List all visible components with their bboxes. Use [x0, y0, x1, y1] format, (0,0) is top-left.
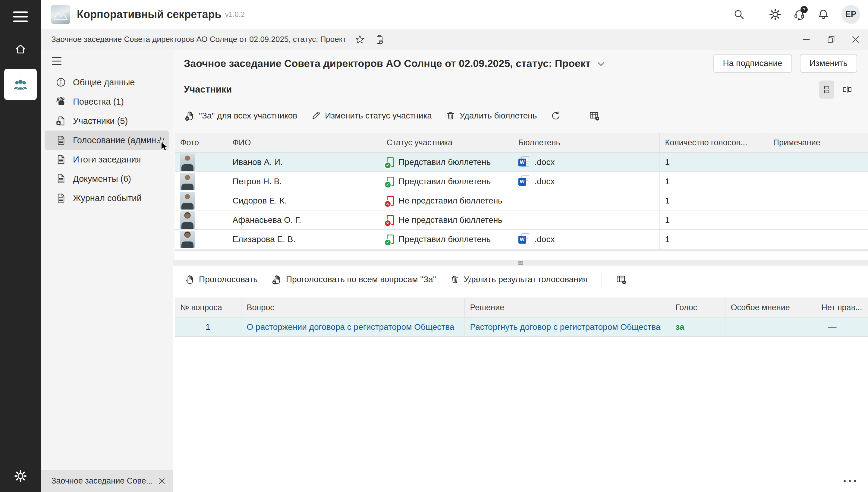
notifications-bell-icon[interactable] — [817, 8, 829, 21]
participant-row[interactable]: Елизарова Е. В. ✓Представил бюллетень W.… — [175, 230, 868, 249]
document-tabstrip: Заочное заседание Совета директоров АО С… — [41, 29, 868, 50]
word-doc-icon: W — [518, 156, 531, 169]
ballot-file-cell[interactable]: W.docx — [513, 230, 659, 249]
rail-hamburger-icon[interactable] — [13, 11, 28, 25]
vote-for-all-button[interactable]: "За" для всех участников — [184, 110, 297, 121]
rows-layout-icon — [822, 85, 831, 94]
sidebar-item-label: Участники (5) — [73, 116, 128, 126]
horizontal-scrollbar[interactable] — [175, 249, 868, 251]
no-right-value: — — [816, 317, 868, 337]
people-group-icon — [12, 78, 28, 91]
participant-name: Афанасьева О. Г. — [227, 211, 381, 230]
sidebar-item-voting-selected[interactable]: Голосование (админ... — [45, 130, 169, 150]
more-options-ellipsis[interactable] — [844, 480, 856, 482]
support-headset-icon[interactable]: ? — [793, 8, 805, 21]
window-minimize-icon[interactable] — [802, 35, 811, 44]
window-restore-icon[interactable] — [826, 35, 836, 44]
delete-ballot-button[interactable]: Удалить бюллетень — [446, 111, 537, 121]
document-tab-title[interactable]: Заочное заседание Совета директоров АО С… — [51, 35, 346, 44]
pencil-icon — [311, 111, 321, 121]
col-ballot: Бюллетень — [513, 133, 659, 152]
sidebar-item-documents[interactable]: Документы (6) — [45, 169, 169, 189]
refresh-icon — [551, 110, 561, 121]
vote-button[interactable]: Проголосовать — [184, 274, 258, 285]
col-question: Вопрос — [241, 298, 464, 317]
voting-row[interactable]: 1 О расторжении договора с регистратором… — [175, 317, 868, 337]
participant-row[interactable]: Петров Н. В. ✓Представил бюллетень W.doc… — [175, 172, 868, 191]
tool-label: "За" для всех участников — [199, 111, 297, 121]
ballot-file-cell — [513, 211, 659, 230]
participant-note — [768, 152, 868, 172]
refresh-button[interactable] — [551, 110, 561, 121]
edit-button[interactable]: Изменить — [800, 54, 857, 73]
change-status-button[interactable]: Изменить статус участника — [311, 111, 432, 121]
info-circle-icon — [55, 77, 66, 88]
participants-module-selected[interactable] — [4, 69, 37, 100]
user-avatar[interactable]: EP — [841, 5, 860, 24]
split-vertical-toggle[interactable] — [840, 80, 855, 99]
participant-name: Елизарова Е. В. — [227, 230, 381, 249]
ballot-ok-icon: ✓ — [387, 157, 394, 167]
send-to-sign-button[interactable]: На подписание — [713, 54, 792, 73]
sidebar-item-general[interactable]: Общие данные — [45, 73, 169, 92]
vote-all-for-button[interactable]: Проголосовать по всем вопросам "За" — [272, 274, 436, 285]
header-divider — [757, 7, 757, 21]
word-doc-icon: W — [518, 233, 531, 246]
chevron-down-icon[interactable] — [597, 62, 605, 67]
document-lines-icon — [55, 154, 66, 165]
app-logo — [51, 5, 70, 24]
sidebar-item-event-log[interactable]: Журнал событий — [45, 189, 169, 208]
tool-label: Удалить результат голосования — [464, 275, 588, 284]
delete-vote-result-button[interactable]: Удалить результат голосования — [450, 275, 588, 284]
voting-pane: Проголосовать Проголосовать по всем вопр… — [173, 266, 868, 470]
participant-photo — [180, 230, 195, 248]
ballot-file-cell[interactable]: W.docx — [513, 152, 659, 172]
decision-link[interactable]: Расторгнуть договор с регистратором Обще… — [470, 322, 661, 331]
question-link[interactable]: О расторжении договора с регистратором О… — [247, 322, 455, 331]
search-icon[interactable] — [733, 9, 745, 20]
sidebar-item-label: Журнал событий — [73, 193, 142, 203]
participant-row[interactable]: Афанасьева О. Г. ✕Не представил бюллетен… — [175, 211, 868, 230]
participant-row[interactable]: Сидоров Е. К. ✕Не представил бюллетень 1 — [175, 191, 868, 211]
pane-splitter-handle[interactable] — [173, 260, 868, 266]
col-photo: Фото — [175, 133, 227, 152]
sidebar-item-results[interactable]: Итоги заседания — [45, 150, 169, 169]
col-votes: Количество голосов... — [659, 133, 768, 152]
voting-header-row: № вопроса Вопрос Решение Голос Особое мн… — [175, 298, 868, 317]
meeting-sidebar: Общие данные Повестка (1) Участники (5) — [41, 50, 173, 470]
participant-votes: 1 — [659, 172, 768, 191]
sidebar-item-agenda[interactable]: Повестка (1) — [45, 92, 169, 111]
participant-note — [768, 211, 868, 230]
people-briefcase-icon — [55, 96, 66, 107]
voting-table: № вопроса Вопрос Решение Голос Особое мн… — [175, 298, 868, 337]
rail-settings-icon[interactable] — [14, 470, 27, 482]
ballot-ok-icon: ✓ — [387, 235, 394, 244]
settings-gear-icon[interactable] — [769, 8, 781, 21]
participant-votes: 1 — [659, 191, 768, 211]
tool-label: Удалить бюллетень — [460, 111, 537, 121]
participant-name: Сидоров Е. К. — [227, 191, 381, 211]
col-name: ФИО — [227, 133, 381, 152]
window-close-icon[interactable] — [851, 35, 860, 44]
hand-check-icon — [184, 110, 195, 121]
sidebar-item-participants[interactable]: Участники (5) — [45, 111, 169, 130]
sidebar-item-label: Итоги заседания — [73, 155, 141, 165]
home-icon[interactable] — [15, 43, 27, 55]
participant-status: Представил бюллетень — [399, 235, 491, 244]
close-tab-icon[interactable] — [158, 477, 165, 485]
column-settings-button[interactable] — [616, 274, 627, 285]
sidebar-hamburger-icon[interactable] — [52, 57, 61, 65]
participant-note — [768, 191, 868, 211]
split-horizontal-toggle[interactable] — [819, 80, 834, 99]
participant-row[interactable]: Иванов А. И. ✓Представил бюллетень W.doc… — [175, 152, 868, 172]
table-gear-icon — [589, 110, 600, 121]
bottom-tab-bar: Заочное заседание Сове... — [41, 470, 868, 492]
ballot-file-cell[interactable]: W.docx — [513, 172, 659, 191]
column-settings-button[interactable] — [589, 110, 600, 121]
participant-status: Не представил бюллетень — [399, 196, 503, 205]
participant-name: Иванов А. И. — [227, 152, 381, 172]
open-document-tab[interactable]: Заочное заседание Сове... — [41, 470, 173, 492]
clipboard-minus-icon[interactable] — [375, 34, 385, 45]
favorite-star-icon[interactable] — [355, 35, 365, 44]
table-gear-icon — [616, 274, 627, 285]
